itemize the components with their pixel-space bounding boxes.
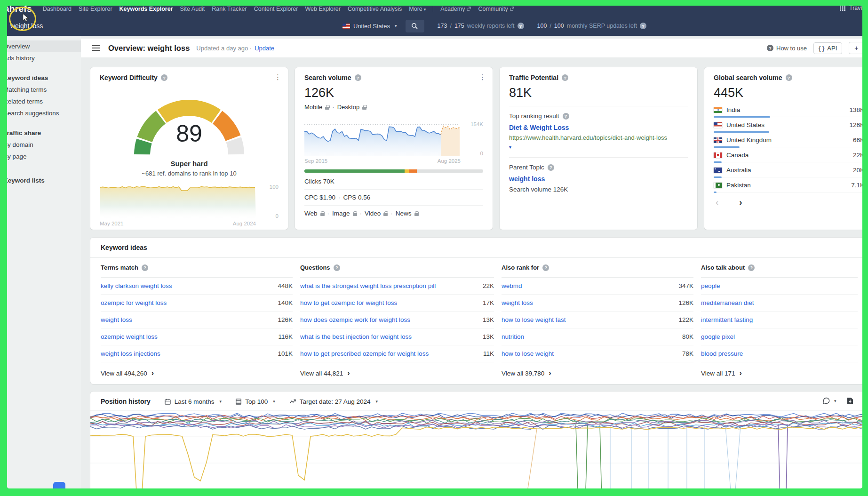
nav-community[interactable]: Community — [478, 6, 514, 12]
help-icon[interactable]: ? — [542, 264, 549, 271]
view-all-link[interactable]: View all 171› — [701, 362, 858, 384]
global-volume-value: 445K — [714, 86, 862, 100]
chevron-left-icon[interactable]: ‹ — [716, 197, 718, 208]
help-icon[interactable]: ? — [355, 74, 361, 81]
help-icon[interactable]: ? — [142, 264, 148, 271]
keyword-link[interactable]: blood pressure — [701, 350, 858, 357]
position-history-header: Position history Last 6 months ▾ Top 100… — [90, 392, 862, 410]
sidebar-item-overview[interactable]: Overview — [7, 40, 81, 52]
table-icon — [236, 399, 241, 405]
how-to-use-button[interactable]: ?How to use — [767, 45, 807, 52]
keyword-link[interactable]: how to lose weight fast — [502, 316, 673, 323]
help-icon[interactable]: ? — [334, 264, 340, 271]
country-row: Pakistan7.1K — [714, 180, 862, 193]
date-range-filter[interactable]: Last 6 months ▾ — [165, 398, 222, 405]
kebab-menu-icon[interactable]: ⋮ — [274, 73, 281, 81]
user-menu[interactable]: Travis Wilso — [840, 6, 862, 11]
parent-topic-link[interactable]: weight loss — [509, 175, 688, 183]
nav-more[interactable]: More▾ — [409, 6, 426, 12]
comments-dropdown[interactable]: ▾ — [822, 397, 836, 405]
keyword-row: webmd347K — [502, 278, 693, 295]
keyword-link[interactable]: ozempic for weight loss — [101, 299, 272, 306]
help-icon[interactable]: ? — [563, 113, 569, 120]
keyword-link[interactable]: intermittent fasting — [701, 316, 858, 323]
top-positions-filter[interactable]: Top 100 ▾ — [236, 398, 275, 405]
help-icon[interactable]: ? — [548, 164, 554, 171]
sidebar-item-matching-terms[interactable]: Matching terms — [7, 84, 81, 96]
keyword-link[interactable]: kelly clarkson weight loss — [101, 282, 272, 289]
sidebar-item-by-page[interactable]: By page — [7, 151, 81, 162]
expand-caret-icon[interactable]: ▾ — [509, 144, 688, 150]
keyword-link[interactable]: ozempic weight loss — [101, 333, 272, 340]
news-toggle[interactable]: News — [396, 210, 412, 217]
view-all-link[interactable]: View all 39,780› — [502, 362, 693, 384]
chat-launcher[interactable] — [53, 482, 65, 488]
kebab-menu-icon[interactable]: ⋮ — [479, 73, 486, 81]
keyword-link[interactable]: weight loss injections — [101, 350, 272, 357]
video-toggle[interactable]: Video — [365, 210, 381, 217]
sidebar-item-ads-history[interactable]: Ads history — [7, 52, 81, 64]
sidebar-item-related-terms[interactable]: Related terms — [7, 96, 81, 107]
global-search-volume-card: Global search volume? 445K India138K Uni… — [704, 67, 862, 230]
api-button[interactable]: { }API — [813, 42, 842, 54]
keyword-link[interactable]: mediterranean diet — [701, 299, 858, 306]
help-icon[interactable]: ? — [640, 23, 646, 29]
divider — [509, 157, 688, 158]
top-result-link[interactable]: Diet & Weight Loss — [509, 124, 688, 131]
keyword-link[interactable]: people — [701, 282, 858, 289]
x-start-label: May 2021 — [100, 221, 124, 226]
keyword-search-input[interactable] — [10, 22, 335, 30]
view-all-link[interactable]: View all 494,260› — [101, 362, 293, 384]
image-toggle[interactable]: Image — [332, 210, 350, 217]
add-button[interactable]: + — [849, 42, 862, 54]
web-toggle[interactable]: Web — [304, 210, 318, 217]
keyword-link[interactable]: how does ozempic work for weight loss — [300, 316, 477, 323]
keyword-link[interactable]: what is the strongest weight loss prescr… — [300, 282, 477, 289]
nav-site-audit[interactable]: Site Audit — [180, 6, 205, 12]
position-history-panel: Position history Last 6 months ▾ Top 100… — [90, 392, 862, 488]
keyword-link[interactable]: how to lose weight — [502, 350, 677, 357]
nav-web-explorer[interactable]: Web Explorer — [305, 6, 341, 12]
keyword-link[interactable]: google pixel — [701, 333, 858, 340]
help-icon[interactable]: ? — [562, 74, 568, 81]
help-icon[interactable]: ? — [161, 74, 167, 81]
keyword-link[interactable]: weight loss — [101, 316, 272, 323]
nav-content-explorer[interactable]: Content Explorer — [254, 6, 298, 12]
sidebar-item-by-domain[interactable]: By domain — [7, 139, 81, 151]
view-all-link[interactable]: View all 44,821› — [300, 362, 494, 384]
chevron-down-icon: ▾ — [273, 399, 275, 404]
nav-dashboard[interactable]: Dashboard — [43, 6, 72, 12]
nav-site-explorer[interactable]: Site Explorer — [79, 6, 112, 12]
mobile-toggle[interactable]: Mobile — [304, 104, 322, 111]
pakistan-flag-icon — [714, 183, 722, 188]
keyword-link[interactable]: what is the best injection for weight lo… — [300, 333, 477, 340]
nav-academy[interactable]: Academy — [440, 6, 471, 12]
help-icon[interactable]: ? — [786, 74, 792, 81]
sidebar-item-search-suggestions[interactable]: Search suggestions — [7, 107, 81, 119]
desktop-toggle[interactable]: Desktop — [337, 104, 360, 111]
keyword-link[interactable]: how to get ozempic for weight loss — [300, 299, 477, 306]
keyword-link[interactable]: webmd — [502, 282, 673, 289]
keyword-link[interactable]: nutrition — [502, 333, 677, 340]
sidebar-header-keyword-ideas: Keyword ideas — [7, 72, 81, 84]
nav-rank-tracker[interactable]: Rank Tracker — [212, 6, 247, 12]
hamburger-icon[interactable] — [92, 45, 100, 51]
top-result-url: https://www.health.harvard.edu/topics/di… — [509, 134, 688, 141]
search-button[interactable] — [406, 20, 424, 32]
help-icon[interactable]: ? — [748, 264, 755, 271]
chevron-right-icon[interactable]: › — [739, 197, 742, 208]
keyword-link[interactable]: how to get prescribed ozempic for weight… — [300, 350, 478, 357]
nav-keywords-explorer[interactable]: Keywords Explorer — [119, 6, 173, 12]
help-icon[interactable]: ? — [518, 23, 524, 29]
page-header: Overview: weight loss Updated a day ago … — [81, 39, 862, 57]
keyword-row: how to get ozempic for weight loss17K — [300, 295, 494, 312]
keyword-link[interactable]: weight loss — [502, 299, 673, 306]
update-link[interactable]: Update — [255, 45, 274, 52]
ahrefs-logo[interactable]: ahrefs — [7, 6, 32, 14]
country-selector[interactable]: United States ▾ — [342, 23, 397, 30]
search-volume-card: Search volume? ⋮ 126K Mobile · Desktop — [295, 67, 493, 230]
keyword-row: nutrition80K — [502, 328, 693, 345]
export-icon[interactable] — [847, 397, 853, 405]
nav-competitive-analysis[interactable]: Competitive Analysis — [348, 6, 402, 12]
target-date-filter[interactable]: Target date: 27 Aug 2024 ▾ — [289, 398, 378, 405]
